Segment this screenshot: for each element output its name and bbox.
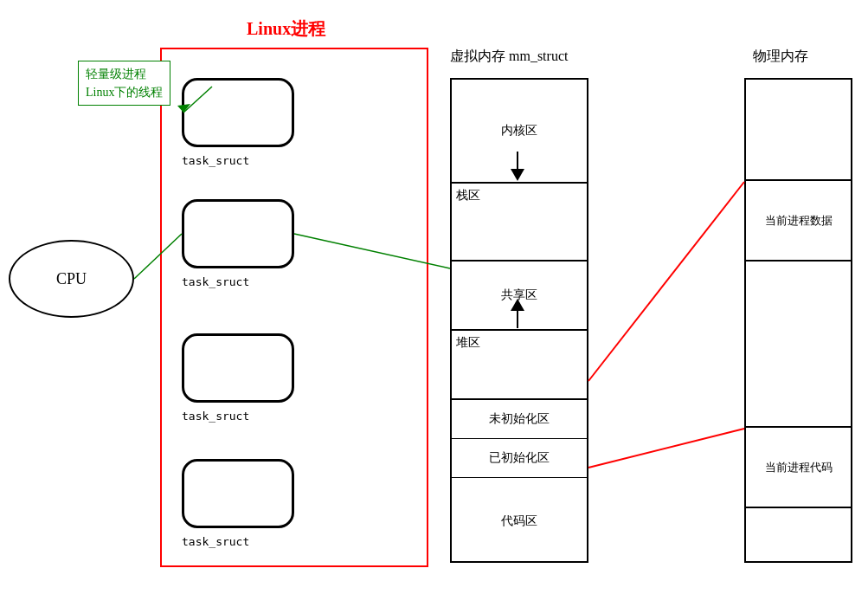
heap-arrow-up — [511, 299, 524, 328]
linux-process-label: Linux进程 — [247, 17, 325, 41]
phys-seg-code: 当前进程代码 — [746, 426, 851, 508]
annotation-line2: Linux下的线程 — [86, 83, 163, 101]
seg-heap: 堆区 — [452, 331, 587, 400]
seg-init: 已初始化区 — [452, 439, 587, 478]
phys-box: 当前进程数据 当前进程代码 — [744, 78, 852, 563]
vmem-label: 虚拟内存 mm_struct — [450, 48, 568, 66]
phys-seg-data: 当前进程数据 — [746, 179, 851, 262]
cpu-label: CPU — [56, 270, 87, 288]
stack-arrow-down — [511, 152, 524, 181]
task-box-1 — [182, 78, 294, 147]
task-label-3: task_sruct — [182, 410, 249, 423]
task-box-4 — [182, 459, 294, 528]
seg-uninit: 未初始化区 — [452, 400, 587, 439]
task-label-4: task_sruct — [182, 535, 249, 548]
seg-code: 代码区 — [452, 478, 587, 565]
svg-line-4 — [588, 182, 744, 381]
task-label-2: task_sruct — [182, 275, 249, 288]
annotation-box: 轻量级进程 Linux下的线程 — [78, 61, 170, 106]
task-box-2 — [182, 199, 294, 268]
cpu-ellipse: CPU — [9, 240, 134, 318]
diagram: Linux进程 CPU 轻量级进程 Linux下的线程 task_sruct t… — [0, 0, 868, 607]
svg-line-5 — [588, 429, 744, 468]
annotation-line1: 轻量级进程 — [86, 65, 163, 83]
task-box-3 — [182, 333, 294, 403]
phys-label: 物理内存 — [753, 48, 808, 66]
seg-stack: 栈区 — [452, 184, 587, 262]
task-label-1: task_sruct — [182, 154, 249, 167]
